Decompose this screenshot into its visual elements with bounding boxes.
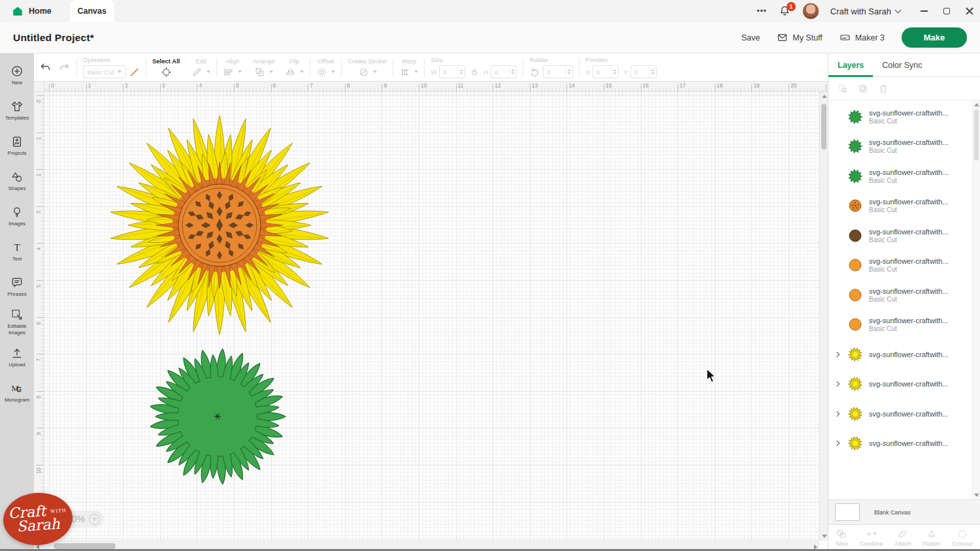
select-all-group: Select All	[152, 57, 180, 78]
sidebar-item-upload[interactable]: Upload	[0, 339, 34, 375]
layer-list: svg-sunflower-craftwith...Basic Cutsvg-s…	[828, 101, 980, 499]
horizontal-scrollbar[interactable]	[34, 541, 819, 550]
zoom-in-icon[interactable]	[89, 514, 100, 525]
machine-icon	[840, 32, 851, 43]
chevron-right-icon[interactable]	[834, 352, 840, 357]
layer-row[interactable]: svg-sunflower-craftwith...Basic Cut	[828, 221, 980, 251]
more-menu-button[interactable]: •••	[757, 7, 767, 16]
scroll-down-arrow[interactable]	[822, 535, 827, 538]
layer-row[interactable]: svg-sunflower-craftwith...Basic Cut	[828, 102, 980, 132]
size-group: Size W 0 H 0	[431, 56, 517, 78]
make-button[interactable]: Make	[902, 27, 967, 48]
layer-row[interactable]: svg-sunflower-craftwith...Basic Cut	[828, 132, 980, 162]
select-all-button[interactable]	[161, 67, 172, 78]
chevron-right-icon[interactable]	[834, 441, 840, 446]
minimize-button[interactable]	[921, 10, 928, 12]
tab-color-sync[interactable]: Color Sync	[873, 54, 931, 76]
contour-button[interactable]: Contour	[952, 529, 973, 547]
attach-button[interactable]: Attach	[894, 529, 911, 547]
list-scroll-up-arrow[interactable]	[974, 103, 979, 106]
layer-name: svg-sunflower-craftwith...	[869, 317, 949, 324]
undo-button[interactable]	[39, 61, 52, 74]
height-input[interactable]: 0	[491, 65, 517, 78]
arrange-button[interactable]	[254, 67, 273, 78]
sunflower-graphic[interactable]	[108, 114, 331, 336]
h-ruler-number: 16	[643, 82, 649, 89]
tab-layers[interactable]: Layers	[828, 54, 873, 76]
layer-operation: Basic Cut	[869, 177, 949, 184]
layer-group-row[interactable]: svg-sunflower-craftwith...	[828, 370, 980, 400]
h-ruler-number: 20	[791, 82, 796, 89]
vertical-scroll-thumb[interactable]	[821, 104, 826, 150]
vertical-scrollbar[interactable]	[819, 92, 828, 541]
rotate-input[interactable]: 0	[543, 65, 573, 78]
layer-row[interactable]: svg-sunflower-craftwith...Basic Cut	[828, 161, 980, 191]
sidebar-item-monogram[interactable]: MGMonogram	[0, 375, 34, 410]
zoom-select-icon[interactable]	[838, 84, 848, 94]
my-stuff-button[interactable]: My Stuff	[777, 32, 823, 43]
h-ruler-number: 13	[532, 82, 538, 89]
close-button[interactable]	[966, 7, 973, 15]
combine-button[interactable]: Combine	[860, 529, 883, 547]
scroll-right-arrow[interactable]	[814, 544, 817, 550]
operation-color-pencil-icon[interactable]	[129, 67, 140, 78]
position-y-input[interactable]: 0	[630, 65, 657, 78]
create-sticker-button[interactable]	[358, 67, 377, 78]
account-menu[interactable]: Craft with Sarah	[830, 7, 900, 16]
chevron-right-icon[interactable]	[834, 411, 840, 417]
align-button[interactable]	[223, 67, 242, 78]
sidebar-item-new[interactable]: New	[0, 57, 34, 93]
scroll-up-arrow[interactable]	[822, 95, 827, 98]
sidebar-item-images[interactable]: Images	[0, 198, 34, 234]
layer-group-row[interactable]: svg-sunflower-craftwith...	[828, 339, 980, 370]
blank-canvas-row[interactable]: Blank Canvas	[828, 499, 980, 524]
design-canvas[interactable]	[44, 92, 819, 541]
offset-button[interactable]	[316, 67, 335, 78]
layer-group-row[interactable]: svg-sunflower-craftwith...	[828, 429, 980, 459]
sidebar-item-templates[interactable]: Templates	[0, 93, 34, 128]
list-scroll-down-arrow[interactable]	[974, 494, 979, 497]
edit-label: Edit	[196, 57, 206, 65]
flatten-button[interactable]: Flatten	[923, 529, 941, 547]
editable-frame-icon	[10, 308, 24, 321]
layer-row[interactable]: svg-sunflower-craftwith...Basic Cut	[828, 310, 980, 340]
redo-button[interactable]	[58, 61, 71, 74]
sidebar-item-projects[interactable]: Projects	[0, 128, 34, 163]
sunflower-leaves-graphic[interactable]	[147, 346, 288, 487]
sidebar-item-editable-images[interactable]: Editable Images	[0, 304, 34, 339]
avatar[interactable]	[802, 3, 819, 20]
svg-text:T: T	[14, 242, 20, 253]
sidebar-item-shapes[interactable]: Shapes	[0, 163, 34, 198]
notifications-button[interactable]: 1	[778, 5, 791, 18]
canvas-tab[interactable]: Canvas	[70, 0, 114, 22]
delete-icon[interactable]	[878, 84, 889, 94]
width-input[interactable]: 0	[439, 65, 465, 78]
maximize-button[interactable]	[943, 8, 950, 14]
operation-select[interactable]: Basic Cut	[83, 65, 126, 78]
home-tab[interactable]: Home	[12, 5, 52, 17]
lock-icon[interactable]	[470, 67, 479, 77]
speech-bubble-icon	[10, 276, 24, 289]
layer-operation: Basic Cut	[869, 266, 949, 273]
canvas-area: 01234567891011121314151617181920 0123456…	[34, 82, 828, 550]
clipboard-icon	[10, 135, 24, 148]
machine-select-button[interactable]: Maker 3	[840, 32, 885, 43]
flip-button[interactable]	[285, 67, 304, 78]
horizontal-scroll-thumb[interactable]	[54, 543, 116, 549]
layer-row[interactable]: svg-sunflower-craftwith...Basic Cut	[828, 251, 980, 281]
sidebar-item-text[interactable]: TText	[0, 234, 34, 269]
save-button[interactable]: Save	[742, 33, 760, 42]
layer-row[interactable]: svg-sunflower-craftwith...Basic Cut	[828, 191, 980, 221]
sidebar-item-phrases[interactable]: Phrases	[0, 269, 34, 304]
align-group: Align	[223, 57, 242, 78]
list-scroll-thumb[interactable]	[974, 110, 979, 161]
slice-button[interactable]: Slice	[836, 529, 849, 547]
chevron-right-icon[interactable]	[834, 381, 840, 386]
layer-row[interactable]: svg-sunflower-craftwith...Basic Cut	[828, 280, 980, 310]
layer-group-row[interactable]: svg-sunflower-craftwith...	[828, 399, 980, 429]
edit-button[interactable]	[191, 67, 210, 78]
position-x-input[interactable]: 0	[593, 65, 619, 78]
duplicate-icon[interactable]	[858, 84, 868, 94]
layer-list-scrollbar[interactable]	[972, 101, 980, 499]
warp-button[interactable]	[399, 67, 418, 78]
